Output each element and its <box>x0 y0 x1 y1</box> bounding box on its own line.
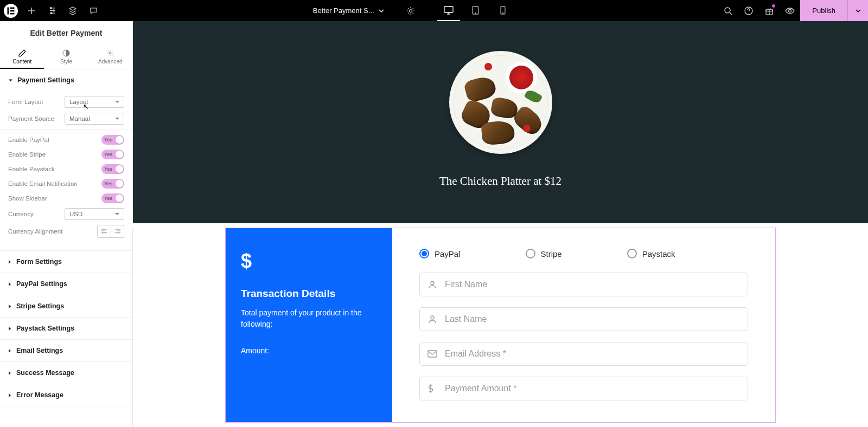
caret-right-icon <box>8 348 12 353</box>
caret-right-icon <box>8 393 12 398</box>
first-name-field[interactable] <box>419 273 748 296</box>
amount-input[interactable] <box>445 384 740 393</box>
svg-rect-22 <box>428 351 437 357</box>
accordion-toggle-payment[interactable]: Payment Settings <box>0 69 132 91</box>
section-paypal-settings: PayPal Settings <box>0 273 132 295</box>
settings-sliders-icon[interactable] <box>42 0 62 21</box>
svg-point-19 <box>109 52 111 54</box>
responsive-devices <box>437 0 514 21</box>
svg-point-8 <box>409 9 412 12</box>
payment-widget[interactable]: $ Transaction Details Total payment of y… <box>225 228 776 423</box>
tab-content[interactable]: Content <box>0 45 44 69</box>
svg-rect-2 <box>10 7 14 9</box>
email-input[interactable] <box>445 349 740 359</box>
svg-point-17 <box>789 9 792 12</box>
tab-style[interactable]: Style <box>44 45 88 69</box>
preview-icon[interactable] <box>780 0 800 21</box>
email-field[interactable] <box>419 342 748 366</box>
svg-rect-4 <box>10 12 14 14</box>
hero-section: The Chicken Platter at $12 <box>133 21 868 223</box>
control-payment-source: Payment Source Manual <box>8 113 124 125</box>
publish-label: Publish <box>812 7 835 15</box>
mobile-device-button[interactable] <box>492 0 514 21</box>
svg-point-5 <box>50 7 52 9</box>
section-paystack-settings: Paystack Settings <box>0 318 132 340</box>
accordion-toggle-email[interactable]: Email Settings <box>0 340 132 361</box>
toggle-stripe[interactable]: Yes <box>101 150 124 159</box>
toggle-paypal[interactable]: Yes <box>101 135 124 145</box>
caret-right-icon <box>8 282 12 287</box>
accordion-toggle-form[interactable]: Form Settings <box>0 251 132 273</box>
structure-icon[interactable] <box>62 0 83 21</box>
tablet-device-button[interactable] <box>464 0 487 21</box>
section-title: Paystack Settings <box>16 325 74 332</box>
form-layout-select[interactable]: Layout <box>65 96 124 108</box>
dollar-icon <box>427 384 439 393</box>
svg-point-13 <box>502 12 503 13</box>
chat-icon[interactable] <box>83 0 104 21</box>
currency-select[interactable]: USD <box>65 208 124 220</box>
accordion-toggle-paystack[interactable]: Paystack Settings <box>0 318 132 339</box>
control-enable-paystack: Enable Paystack Yes <box>8 164 124 174</box>
document-title-dropdown[interactable]: Better Payment S... <box>308 7 390 15</box>
toggle-email[interactable]: Yes <box>101 179 124 189</box>
search-icon[interactable] <box>718 0 738 21</box>
toggle-paystack[interactable]: Yes <box>101 164 124 174</box>
transaction-sidebar: $ Transaction Details Total payment of y… <box>226 228 392 422</box>
section-title: Success Message <box>16 369 74 377</box>
svg-point-11 <box>475 12 476 13</box>
topbar-center: Better Payment S... <box>104 0 718 21</box>
svg-point-14 <box>725 8 730 13</box>
control-label: Enable Email Notification <box>8 180 78 187</box>
amount-field[interactable] <box>419 377 748 400</box>
control-label: Form Layout <box>8 99 43 105</box>
elementor-logo[interactable] <box>0 0 21 21</box>
paypal-radio[interactable]: PayPal <box>419 249 461 258</box>
desktop-device-button[interactable] <box>437 0 460 21</box>
publish-options-button[interactable] <box>847 0 868 21</box>
control-form-layout: Form Layout Layout <box>8 96 124 108</box>
caret-right-icon <box>8 371 12 376</box>
tab-advanced[interactable]: Advanced <box>88 45 132 69</box>
tab-label: Style <box>60 59 72 64</box>
stripe-radio[interactable]: Stripe <box>526 249 562 258</box>
method-label: PayPal <box>435 249 461 258</box>
last-name-input[interactable] <box>445 314 740 324</box>
control-label: Currency Alignment <box>8 228 62 235</box>
topbar-right: Publish <box>718 0 868 21</box>
accordion-toggle-success[interactable]: Success Message <box>0 362 132 384</box>
align-right-button[interactable] <box>111 225 124 237</box>
svg-point-21 <box>431 316 434 319</box>
chevron-down-icon <box>856 9 861 12</box>
control-currency: Currency USD <box>8 208 124 220</box>
section-stripe-settings: Stripe Settings <box>0 295 132 318</box>
payment-source-select[interactable]: Manual <box>65 113 124 125</box>
section-payment-settings: Payment Settings Form Layout Layout Paym… <box>0 69 132 251</box>
toggle-show-sidebar[interactable]: Yes <box>101 193 124 203</box>
pencil-icon <box>18 49 26 57</box>
publish-button[interactable]: Publish <box>800 0 847 21</box>
preview-canvas[interactable]: The Chicken Platter at $12 $ Transaction… <box>133 21 868 427</box>
control-label: Enable PayPal <box>8 137 49 143</box>
page-settings-icon[interactable] <box>400 0 421 21</box>
accordion-toggle-paypal[interactable]: PayPal Settings <box>0 273 132 295</box>
panel-scroll[interactable]: ↖ Payment Settings Form Layout Layout Pa… <box>0 69 132 427</box>
contrast-icon <box>62 49 70 57</box>
method-label: Paystack <box>642 249 675 258</box>
first-name-input[interactable] <box>445 280 740 289</box>
accordion-toggle-stripe[interactable]: Stripe Settings <box>0 295 132 317</box>
svg-rect-9 <box>444 7 453 12</box>
add-element-icon[interactable] <box>21 0 42 21</box>
help-icon[interactable] <box>738 0 759 21</box>
align-left-button[interactable] <box>98 225 111 237</box>
person-icon <box>427 314 439 324</box>
chevron-down-icon <box>379 9 384 12</box>
paystack-radio[interactable]: Paystack <box>627 249 675 258</box>
caret-right-icon <box>8 260 12 264</box>
section-title: Form Settings <box>16 258 62 266</box>
accordion-toggle-error[interactable]: Error Message <box>0 384 132 406</box>
hero-title: The Chicken Platter at $12 <box>439 174 561 188</box>
section-title: Stripe Settings <box>16 302 64 310</box>
last-name-field[interactable] <box>419 307 748 331</box>
whats-new-icon[interactable] <box>759 0 780 21</box>
